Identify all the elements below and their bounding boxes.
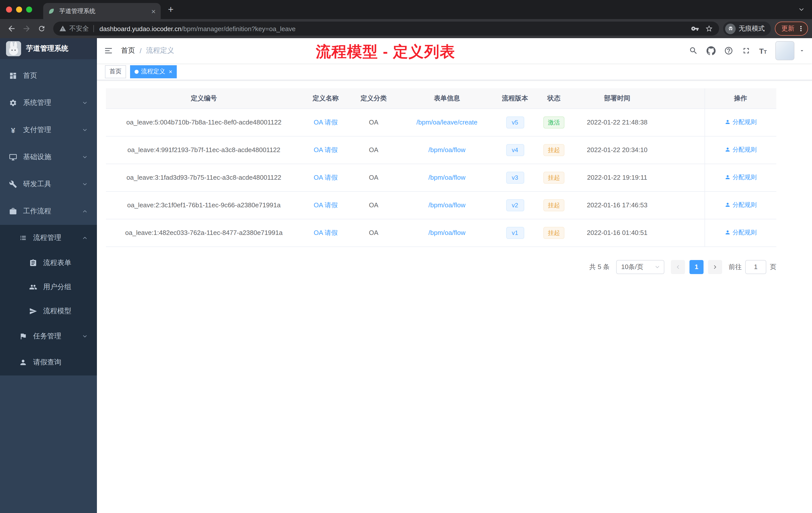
github-icon[interactable] xyxy=(706,46,715,55)
next-page-button[interactable] xyxy=(708,260,722,274)
assign-rule-link[interactable]: 分配规则 xyxy=(725,173,757,182)
sidebar-item-process-management[interactable]: 流程管理 xyxy=(0,225,97,251)
cell-filler xyxy=(660,109,704,136)
user-icon xyxy=(725,230,731,236)
app-title: 芋道管理系统 xyxy=(26,44,68,53)
form-link[interactable]: /bpm/oa/flow xyxy=(428,146,465,154)
chevron-down-icon xyxy=(82,154,88,160)
forward-icon[interactable] xyxy=(19,21,34,36)
assign-rule-label: 分配规则 xyxy=(733,229,757,237)
sidebar-item-process-model[interactable]: 流程模型 xyxy=(0,299,97,323)
definition-name-link[interactable]: OA 请假 xyxy=(314,118,338,126)
key-icon[interactable] xyxy=(691,25,699,33)
bookmark-star-icon[interactable] xyxy=(705,25,713,33)
incognito-badge: 无痕模式 xyxy=(723,22,771,36)
window-zoom-button[interactable] xyxy=(26,6,32,12)
top-navbar: 首页 / 流程定义 流程模型 - 定义列表 xyxy=(97,38,812,63)
breadcrumb-separator: / xyxy=(140,47,142,55)
cell-deploy-time: 2022-01-22 19:19:11 xyxy=(574,163,660,191)
assign-rule-link[interactable]: 分配规则 xyxy=(725,146,757,154)
logo-avatar xyxy=(6,41,21,56)
definition-table: 定义编号 定义名称 定义分类 表单信息 流程版本 状态 部署时间 操作 xyxy=(106,88,776,247)
assign-rule-link[interactable]: 分配规则 xyxy=(725,229,757,237)
url-text: dashboard.yudao.iocoder.cn/bpm/manager/d… xyxy=(99,25,685,32)
search-icon[interactable] xyxy=(689,46,698,55)
sidebar-item-label: 流程模型 xyxy=(43,307,71,316)
sidebar-item-user-group[interactable]: 用户分组 xyxy=(0,275,97,299)
assign-rule-link[interactable]: 分配规则 xyxy=(725,118,757,126)
sidebar-item-task-management[interactable]: 任务管理 xyxy=(0,323,97,350)
sidebar-item-infrastructure[interactable]: 基础设施 xyxy=(0,144,97,171)
breadcrumb: 首页 / 流程定义 xyxy=(121,46,174,55)
cell-category: OA xyxy=(349,109,398,136)
sidebar-item-leave-query[interactable]: 请假查询 xyxy=(0,350,97,375)
goto-page-input[interactable] xyxy=(745,260,766,274)
cell-category: OA xyxy=(349,136,398,163)
cell-filler xyxy=(660,191,704,219)
update-button[interactable]: 更新 xyxy=(775,22,808,36)
breadcrumb-home[interactable]: 首页 xyxy=(121,46,135,55)
sidebar-logo[interactable]: 芋道管理系统 xyxy=(0,38,97,59)
gear-icon xyxy=(9,99,17,107)
form-link[interactable]: /bpm/oa/leave/create xyxy=(416,118,477,126)
url-domain: dashboard.yudao.iocoder.cn xyxy=(99,25,181,32)
browser-menu-dots-icon[interactable] xyxy=(797,25,805,33)
cell-definition-id: oa_leave:1:482ec033-762a-11ec-8477-a2380… xyxy=(106,219,302,246)
chevron-up-icon xyxy=(82,235,88,241)
tag-process-definition[interactable]: 流程定义 × xyxy=(130,65,177,78)
assign-rule-label: 分配规则 xyxy=(733,173,757,182)
refresh-icon[interactable] xyxy=(34,21,49,36)
sidebar-item-home[interactable]: 首页 xyxy=(0,62,97,89)
fullscreen-icon[interactable] xyxy=(742,46,751,55)
cell-filler xyxy=(660,163,704,191)
definition-name-link[interactable]: OA 请假 xyxy=(314,146,338,153)
back-icon[interactable] xyxy=(4,21,19,36)
table-row: oa_leave:1:482ec033-762a-11ec-8477-a2380… xyxy=(106,219,776,246)
tag-home[interactable]: 首页 xyxy=(105,65,126,78)
sidebar: 芋道管理系统 首页 系统管理 ¥ 支付管理 xyxy=(0,38,97,513)
version-tag: v5 xyxy=(506,116,524,128)
page-number-button[interactable]: 1 xyxy=(690,260,703,274)
incognito-label: 无痕模式 xyxy=(739,24,765,33)
form-link[interactable]: /bpm/oa/flow xyxy=(428,201,465,209)
definition-name-link[interactable]: OA 请假 xyxy=(314,201,338,209)
form-link[interactable]: /bpm/oa/flow xyxy=(428,174,465,181)
font-size-icon[interactable]: TT xyxy=(759,47,767,55)
caret-down-icon[interactable] xyxy=(799,48,805,54)
prev-page-button[interactable] xyxy=(671,260,685,274)
definition-name-link[interactable]: OA 请假 xyxy=(314,229,338,236)
column-header-version: 流程版本 xyxy=(496,88,534,109)
version-tag: v1 xyxy=(506,227,524,239)
sidebar-item-system[interactable]: 系统管理 xyxy=(0,89,97,117)
hamburger-icon[interactable] xyxy=(104,46,113,55)
column-header-status: 状态 xyxy=(534,88,574,109)
sidebar-item-payment[interactable]: ¥ 支付管理 xyxy=(0,117,97,144)
tab-close-icon[interactable]: × xyxy=(151,7,156,15)
window-controls xyxy=(0,6,38,12)
help-icon[interactable] xyxy=(724,46,733,55)
sidebar-item-process-form[interactable]: 流程表单 xyxy=(0,251,97,275)
tab-search-caret-icon[interactable] xyxy=(798,6,805,13)
tag-close-icon[interactable]: × xyxy=(169,68,172,75)
page-jumper: 前往 页 xyxy=(729,260,776,274)
tag-label: 流程定义 xyxy=(141,67,165,76)
browser-tab[interactable]: 芋道管理系统 × xyxy=(43,3,161,19)
sidebar-item-label: 基础设施 xyxy=(23,153,51,162)
avatar[interactable] xyxy=(775,41,794,60)
cell-filler xyxy=(660,219,704,246)
window-minimize-button[interactable] xyxy=(16,6,22,12)
sidebar-item-dev-tools[interactable]: 研发工具 xyxy=(0,171,97,198)
sidebar-item-workflow[interactable]: 工作流程 xyxy=(0,198,97,225)
page-size-select[interactable]: 10条/页 xyxy=(616,260,664,274)
active-tag-dot xyxy=(135,69,139,73)
assign-rule-link[interactable]: 分配规则 xyxy=(725,201,757,209)
not-secure-label[interactable]: 不安全 xyxy=(69,24,89,33)
cell-category: OA xyxy=(349,219,398,246)
address-bar[interactable]: 不安全 dashboard.yudao.iocoder.cn/bpm/manag… xyxy=(53,22,719,36)
window-close-button[interactable] xyxy=(6,6,12,12)
form-link[interactable]: /bpm/oa/flow xyxy=(428,229,465,236)
new-tab-button[interactable]: + xyxy=(164,2,178,17)
definition-name-link[interactable]: OA 请假 xyxy=(314,174,338,181)
app-window: 芋道管理系统 首页 系统管理 ¥ 支付管理 xyxy=(0,38,812,513)
sidebar-item-label: 流程管理 xyxy=(33,233,61,242)
